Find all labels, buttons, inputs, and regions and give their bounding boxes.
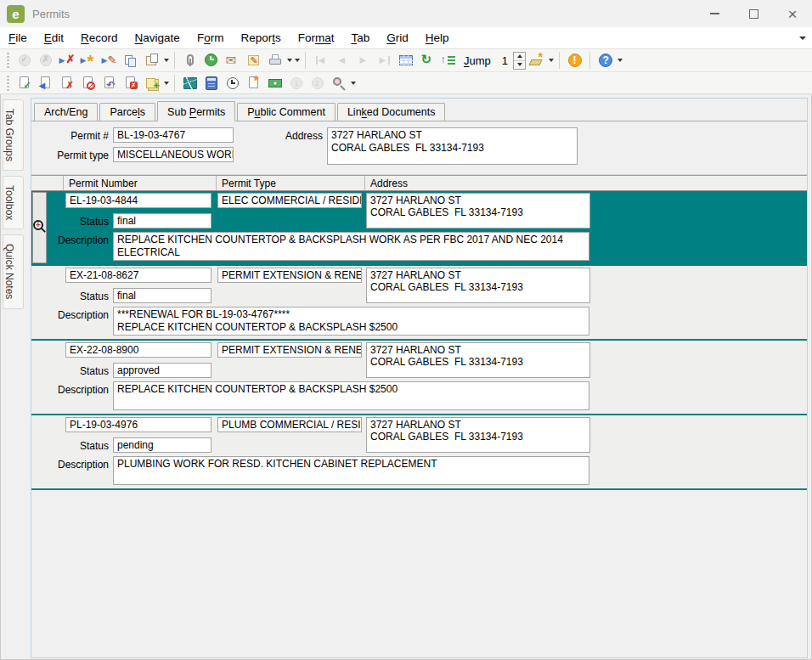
- nav-next-button[interactable]: [353, 51, 373, 71]
- paste-button[interactable]: [142, 51, 161, 71]
- notes-add-button[interactable]: [142, 73, 161, 93]
- close-button[interactable]: ×: [773, 0, 812, 27]
- cash-button[interactable]: [265, 73, 285, 93]
- address-field[interactable]: 3727 HARLANO STCORAL GABLES FL 33134-719…: [366, 417, 590, 453]
- permit-number-field[interactable]: EX-21-08-8627: [65, 268, 211, 283]
- address-field[interactable]: 3727 HARLANO STCORAL GABLES FL 33134-719…: [327, 127, 578, 165]
- description-field[interactable]: PLUMBING WORK FOR RESD. KITCHEN CABINET …: [113, 456, 589, 485]
- attachment-button[interactable]: [180, 51, 200, 71]
- menu-grid[interactable]: Grid: [378, 29, 417, 47]
- minimize-button[interactable]: [695, 0, 734, 27]
- spinner-down-button[interactable]: [514, 61, 525, 69]
- side-tab-toolbox[interactable]: Toolbox: [3, 176, 24, 229]
- badge-1-button[interactable]: [286, 73, 306, 93]
- jump-spinner[interactable]: [513, 52, 526, 70]
- page-delete-button[interactable]: [121, 73, 140, 93]
- refresh-button[interactable]: [417, 51, 437, 71]
- permit-type-field[interactable]: PLUMB COMMERCIAL / RESIDEN: [217, 417, 362, 432]
- tab-arch-eng[interactable]: Arch/Eng: [34, 103, 98, 121]
- nav-last-button[interactable]: [375, 51, 394, 71]
- description-field[interactable]: ***RENEWAL FOR BL-19-03-4767****REPLACE …: [113, 307, 589, 336]
- nav-prev-button[interactable]: [332, 51, 352, 71]
- status-field[interactable]: approved: [113, 363, 211, 378]
- permit-row[interactable]: EL-19-03-4844 ELEC COMMERCIAL / RESIDENT…: [31, 191, 807, 266]
- column-header-permit-type[interactable]: Permit Type: [217, 176, 365, 190]
- status-field[interactable]: pending: [113, 437, 211, 453]
- tab-sub-permits[interactable]: Sub Permits: [157, 101, 235, 121]
- permit-number-field[interactable]: BL-19-03-4767: [113, 127, 234, 143]
- jump-value-field[interactable]: 1: [502, 54, 508, 67]
- help-button[interactable]: [595, 51, 615, 71]
- page-block-button[interactable]: [78, 73, 98, 93]
- menu-edit[interactable]: Edit: [36, 29, 72, 47]
- maximize-button[interactable]: [734, 0, 773, 27]
- data-grid-button[interactable]: [396, 51, 415, 71]
- dropdown-caret-icon[interactable]: [293, 51, 301, 70]
- permit-type-field[interactable]: PERMIT EXTENSION & RENEWA: [217, 342, 362, 358]
- badge-2-button[interactable]: [307, 73, 327, 93]
- copy-button[interactable]: [121, 51, 140, 71]
- menu-overflow-caret-icon[interactable]: [799, 37, 806, 40]
- accept-button[interactable]: [14, 51, 34, 71]
- menu-record[interactable]: Record: [72, 29, 127, 47]
- mail-button[interactable]: [223, 51, 242, 71]
- highlight-button[interactable]: [527, 51, 546, 71]
- menu-navigate[interactable]: Navigate: [127, 29, 189, 47]
- status-field[interactable]: final: [113, 213, 211, 228]
- column-header-address[interactable]: Address: [365, 176, 807, 190]
- sign-button[interactable]: [244, 51, 263, 71]
- menu-form[interactable]: Form: [189, 29, 233, 47]
- dropdown-caret-icon[interactable]: [547, 51, 555, 70]
- page-deny-button[interactable]: [57, 73, 76, 93]
- cancel-button[interactable]: [36, 51, 55, 71]
- page-star-button[interactable]: [244, 73, 263, 93]
- permit-row[interactable]: EX-21-08-8627 PERMIT EXTENSION & RENEWA …: [31, 266, 807, 341]
- dropdown-caret-icon[interactable]: [162, 51, 170, 70]
- permit-number-field[interactable]: EL-19-03-4844: [65, 193, 211, 208]
- alert-button[interactable]: [565, 51, 584, 71]
- permit-type-field[interactable]: PERMIT EXTENSION & RENEWA: [217, 268, 362, 283]
- calculator-button[interactable]: [201, 73, 221, 93]
- menu-tab[interactable]: Tab: [342, 29, 378, 47]
- permit-number-field[interactable]: EX-22-08-8900: [65, 342, 211, 358]
- permit-type-field[interactable]: ELEC COMMERCIAL / RESIDENT: [217, 193, 362, 208]
- sort-button[interactable]: [438, 51, 458, 71]
- menu-reports[interactable]: Reports: [232, 29, 289, 47]
- address-field[interactable]: 3727 HARLANO STCORAL GABLES FL 33134-719…: [366, 342, 590, 378]
- toolbar-grip[interactable]: [6, 53, 10, 68]
- page-undo-button[interactable]: [99, 73, 119, 93]
- permit-row[interactable]: EX-22-08-8900 PERMIT EXTENSION & RENEWA …: [31, 341, 807, 415]
- side-tab-quick-notes[interactable]: Quick Notes: [3, 234, 24, 308]
- dropdown-caret-icon[interactable]: [162, 74, 170, 93]
- permit-row[interactable]: PL-19-03-4976 PLUMB COMMERCIAL / RESIDEN…: [31, 415, 807, 490]
- status-field[interactable]: final: [113, 288, 211, 303]
- spinner-up-button[interactable]: [514, 53, 525, 61]
- new-record-button[interactable]: [78, 51, 98, 71]
- dropdown-caret-icon[interactable]: [349, 74, 357, 93]
- permit-type-field[interactable]: MISCELLANEOUS WORK: [113, 147, 234, 162]
- history-button[interactable]: [201, 51, 221, 71]
- page-accept-button[interactable]: [14, 73, 34, 93]
- menu-file[interactable]: File: [0, 29, 36, 47]
- tab-linked-documents[interactable]: Linked Documents: [337, 103, 446, 121]
- menu-help[interactable]: Help: [417, 29, 458, 47]
- side-tab-tab-groups[interactable]: Tab Groups: [3, 99, 24, 171]
- dropdown-caret-icon[interactable]: [616, 51, 623, 70]
- permit-number-field[interactable]: PL-19-03-4976: [65, 417, 211, 432]
- tab-public-comment[interactable]: Public Comment: [237, 103, 336, 121]
- description-field[interactable]: REPLACE KITCHEN COUNTERTOP & BACKSPLASH …: [113, 232, 589, 261]
- nav-first-button[interactable]: [311, 51, 330, 71]
- tab-parcels[interactable]: Parcels: [99, 103, 155, 121]
- toolbar-grip[interactable]: [6, 76, 10, 91]
- row-selector[interactable]: [32, 192, 47, 263]
- delete-record-button[interactable]: [57, 51, 76, 71]
- address-field[interactable]: 3727 HARLANO STCORAL GABLES FL 33134-719…: [366, 193, 590, 228]
- page-back-button[interactable]: [36, 73, 55, 93]
- edit-record-button[interactable]: [99, 51, 119, 71]
- print-button[interactable]: [265, 51, 285, 71]
- description-field[interactable]: REPLACE KITCHEN COUNTERTOP & BACKSPLASH …: [113, 381, 589, 410]
- inspect-button[interactable]: [329, 73, 348, 93]
- menu-format[interactable]: Format: [290, 29, 343, 47]
- map-button[interactable]: [180, 73, 200, 93]
- column-header-permit-number[interactable]: Permit Number: [64, 176, 217, 190]
